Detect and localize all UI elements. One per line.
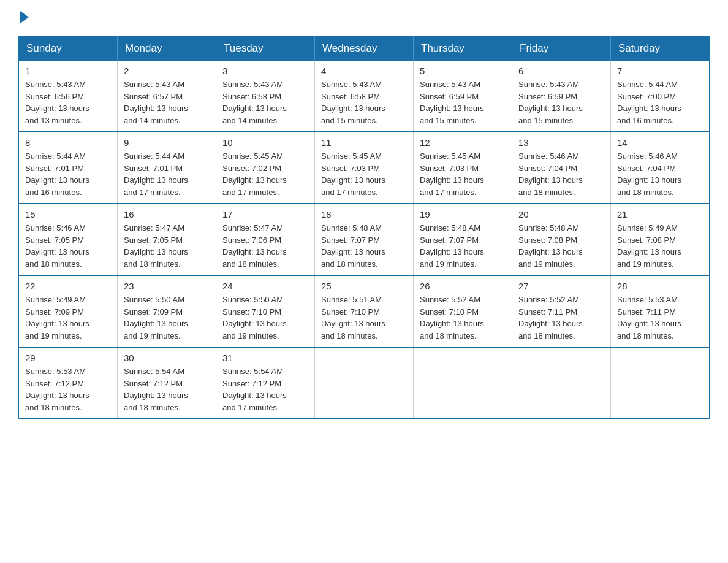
day-number: 27 <box>518 281 604 291</box>
week-row-4: 22Sunrise: 5:49 AMSunset: 7:09 PMDayligh… <box>19 275 710 347</box>
day-number: 22 <box>25 281 111 291</box>
day-info: Sunrise: 5:49 AMSunset: 7:08 PMDaylight:… <box>617 222 703 270</box>
calendar-cell: 10Sunrise: 5:45 AMSunset: 7:02 PMDayligh… <box>216 132 315 204</box>
calendar-cell: 31Sunrise: 5:54 AMSunset: 7:12 PMDayligh… <box>216 347 315 419</box>
calendar-cell: 19Sunrise: 5:48 AMSunset: 7:07 PMDayligh… <box>414 204 512 275</box>
calendar-cell: 14Sunrise: 5:46 AMSunset: 7:04 PMDayligh… <box>611 132 710 204</box>
day-info: Sunrise: 5:48 AMSunset: 7:08 PMDaylight:… <box>518 222 604 270</box>
calendar-cell: 27Sunrise: 5:52 AMSunset: 7:11 PMDayligh… <box>512 275 611 347</box>
day-number: 21 <box>617 209 703 220</box>
day-number: 12 <box>420 137 506 148</box>
day-info: Sunrise: 5:52 AMSunset: 7:10 PMDaylight:… <box>420 294 506 342</box>
day-info: Sunrise: 5:54 AMSunset: 7:12 PMDaylight:… <box>124 366 210 413</box>
day-number: 28 <box>617 281 703 291</box>
day-number: 25 <box>321 281 407 291</box>
calendar-cell: 26Sunrise: 5:52 AMSunset: 7:10 PMDayligh… <box>414 275 512 347</box>
week-row-2: 8Sunrise: 5:44 AMSunset: 7:01 PMDaylight… <box>19 132 710 204</box>
day-info: Sunrise: 5:44 AMSunset: 7:00 PMDaylight:… <box>617 79 703 126</box>
day-info: Sunrise: 5:43 AMSunset: 6:56 PMDaylight:… <box>25 79 111 126</box>
calendar-cell <box>611 347 710 419</box>
logo-blue-part <box>18 12 29 23</box>
calendar-cell: 23Sunrise: 5:50 AMSunset: 7:09 PMDayligh… <box>118 275 216 347</box>
day-info: Sunrise: 5:47 AMSunset: 7:05 PMDaylight:… <box>124 222 210 270</box>
day-info: Sunrise: 5:44 AMSunset: 7:01 PMDaylight:… <box>25 150 111 198</box>
day-number: 15 <box>25 209 111 220</box>
day-number: 14 <box>617 137 703 148</box>
calendar-cell: 25Sunrise: 5:51 AMSunset: 7:10 PMDayligh… <box>315 275 414 347</box>
calendar-cell: 15Sunrise: 5:46 AMSunset: 7:05 PMDayligh… <box>19 204 118 275</box>
day-info: Sunrise: 5:46 AMSunset: 7:04 PMDaylight:… <box>518 150 604 198</box>
day-number: 18 <box>321 209 407 220</box>
day-info: Sunrise: 5:54 AMSunset: 7:12 PMDaylight:… <box>222 366 308 413</box>
day-info: Sunrise: 5:46 AMSunset: 7:05 PMDaylight:… <box>25 222 111 270</box>
calendar-cell: 9Sunrise: 5:44 AMSunset: 7:01 PMDaylight… <box>118 132 216 204</box>
day-info: Sunrise: 5:43 AMSunset: 6:59 PMDaylight:… <box>518 79 604 126</box>
day-number: 7 <box>617 66 703 76</box>
calendar-cell: 5Sunrise: 5:43 AMSunset: 6:59 PMDaylight… <box>414 61 512 132</box>
day-number: 2 <box>124 66 210 76</box>
week-row-1: 1Sunrise: 5:43 AMSunset: 6:56 PMDaylight… <box>19 61 710 132</box>
day-info: Sunrise: 5:46 AMSunset: 7:04 PMDaylight:… <box>617 150 703 198</box>
day-number: 24 <box>222 281 308 291</box>
day-info: Sunrise: 5:43 AMSunset: 6:57 PMDaylight:… <box>124 79 210 126</box>
calendar-cell: 8Sunrise: 5:44 AMSunset: 7:01 PMDaylight… <box>19 132 118 204</box>
calendar-cell: 18Sunrise: 5:48 AMSunset: 7:07 PMDayligh… <box>315 204 414 275</box>
day-number: 11 <box>321 137 407 148</box>
calendar-cell: 16Sunrise: 5:47 AMSunset: 7:05 PMDayligh… <box>118 204 216 275</box>
calendar-cell <box>315 347 414 419</box>
calendar-cell: 21Sunrise: 5:49 AMSunset: 7:08 PMDayligh… <box>611 204 710 275</box>
header-tuesday: Tuesday <box>216 36 315 61</box>
calendar-cell <box>414 347 512 419</box>
week-row-3: 15Sunrise: 5:46 AMSunset: 7:05 PMDayligh… <box>19 204 710 275</box>
day-number: 9 <box>124 137 210 148</box>
calendar-cell: 30Sunrise: 5:54 AMSunset: 7:12 PMDayligh… <box>118 347 216 419</box>
calendar-cell: 11Sunrise: 5:45 AMSunset: 7:03 PMDayligh… <box>315 132 414 204</box>
calendar-cell: 1Sunrise: 5:43 AMSunset: 6:56 PMDaylight… <box>19 61 118 132</box>
logo <box>18 12 29 23</box>
header-monday: Monday <box>118 36 216 61</box>
day-number: 13 <box>518 137 604 148</box>
calendar-cell: 12Sunrise: 5:45 AMSunset: 7:03 PMDayligh… <box>414 132 512 204</box>
week-row-5: 29Sunrise: 5:53 AMSunset: 7:12 PMDayligh… <box>19 347 710 419</box>
day-info: Sunrise: 5:53 AMSunset: 7:12 PMDaylight:… <box>25 366 111 413</box>
day-info: Sunrise: 5:43 AMSunset: 6:58 PMDaylight:… <box>222 79 308 126</box>
day-number: 30 <box>124 353 210 363</box>
calendar-cell: 17Sunrise: 5:47 AMSunset: 7:06 PMDayligh… <box>216 204 315 275</box>
header-thursday: Thursday <box>414 36 512 61</box>
day-number: 16 <box>124 209 210 220</box>
day-info: Sunrise: 5:47 AMSunset: 7:06 PMDaylight:… <box>222 222 308 270</box>
day-info: Sunrise: 5:50 AMSunset: 7:10 PMDaylight:… <box>222 294 308 342</box>
header-saturday: Saturday <box>611 36 710 61</box>
day-number: 1 <box>25 66 111 76</box>
page-header <box>18 12 710 23</box>
calendar-cell: 3Sunrise: 5:43 AMSunset: 6:58 PMDaylight… <box>216 61 315 132</box>
calendar-header-row: SundayMondayTuesdayWednesdayThursdayFrid… <box>19 36 710 61</box>
day-number: 26 <box>420 281 506 291</box>
day-info: Sunrise: 5:45 AMSunset: 7:03 PMDaylight:… <box>420 150 506 198</box>
day-number: 17 <box>222 209 308 220</box>
day-info: Sunrise: 5:50 AMSunset: 7:09 PMDaylight:… <box>124 294 210 342</box>
day-number: 29 <box>25 353 111 363</box>
logo-arrow-icon <box>20 11 29 23</box>
calendar-cell: 13Sunrise: 5:46 AMSunset: 7:04 PMDayligh… <box>512 132 611 204</box>
day-number: 31 <box>222 353 308 363</box>
calendar-cell: 28Sunrise: 5:53 AMSunset: 7:11 PMDayligh… <box>611 275 710 347</box>
calendar-cell: 29Sunrise: 5:53 AMSunset: 7:12 PMDayligh… <box>19 347 118 419</box>
day-info: Sunrise: 5:43 AMSunset: 6:58 PMDaylight:… <box>321 79 407 126</box>
day-info: Sunrise: 5:49 AMSunset: 7:09 PMDaylight:… <box>25 294 111 342</box>
calendar-cell: 20Sunrise: 5:48 AMSunset: 7:08 PMDayligh… <box>512 204 611 275</box>
header-wednesday: Wednesday <box>315 36 414 61</box>
day-number: 10 <box>222 137 308 148</box>
day-number: 23 <box>124 281 210 291</box>
calendar-cell: 2Sunrise: 5:43 AMSunset: 6:57 PMDaylight… <box>118 61 216 132</box>
day-info: Sunrise: 5:45 AMSunset: 7:02 PMDaylight:… <box>222 150 308 198</box>
day-number: 8 <box>25 137 111 148</box>
calendar-cell: 4Sunrise: 5:43 AMSunset: 6:58 PMDaylight… <box>315 61 414 132</box>
header-friday: Friday <box>512 36 611 61</box>
calendar-cell: 24Sunrise: 5:50 AMSunset: 7:10 PMDayligh… <box>216 275 315 347</box>
day-number: 4 <box>321 66 407 76</box>
header-sunday: Sunday <box>19 36 118 61</box>
day-info: Sunrise: 5:45 AMSunset: 7:03 PMDaylight:… <box>321 150 407 198</box>
day-info: Sunrise: 5:53 AMSunset: 7:11 PMDaylight:… <box>617 294 703 342</box>
day-number: 19 <box>420 209 506 220</box>
